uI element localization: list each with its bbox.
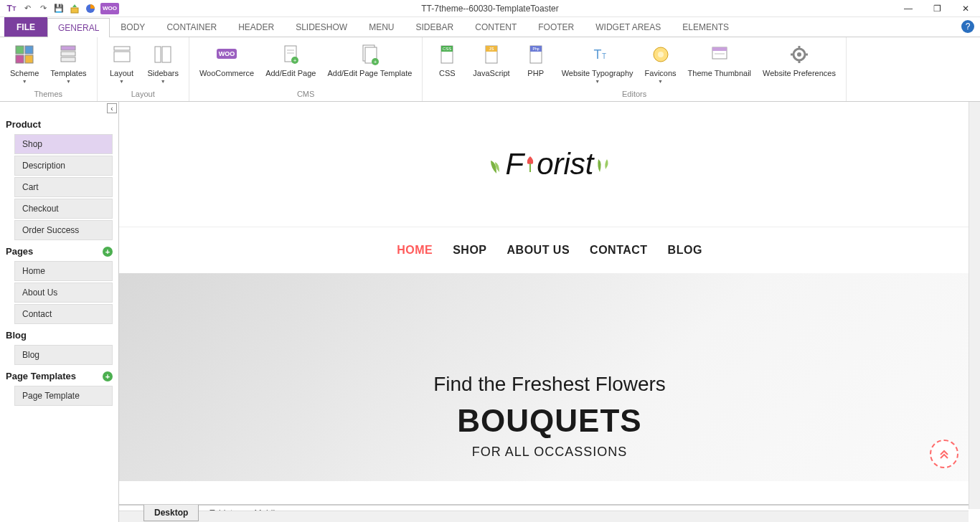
- app-logo-icon: TT: [6, 3, 17, 14]
- ribbon-favicons-button[interactable]: Favicons▼: [641, 40, 681, 85]
- item-blog[interactable]: Blog: [14, 345, 113, 365]
- ribbon-templates-button[interactable]: Templates▼: [46, 40, 90, 85]
- tab-footer[interactable]: FOOTER: [527, 17, 585, 37]
- export-icon[interactable]: [69, 3, 80, 14]
- ribbon-css-button[interactable]: CSSCSS: [428, 40, 466, 85]
- redo-icon[interactable]: ↷: [37, 3, 49, 14]
- item-shop[interactable]: Shop: [14, 134, 113, 154]
- ribbon-addedit-pagetpl-button[interactable]: +Add/Edit Page Template: [323, 40, 416, 78]
- minimize-button[interactable]: —: [894, 0, 923, 17]
- tab-file[interactable]: FILE: [4, 17, 47, 37]
- ribbon-woocommerce-button[interactable]: WOOWooCommerce: [195, 40, 258, 78]
- ribbon-scheme-button[interactable]: Scheme▼: [6, 40, 43, 85]
- ribbon-javascript-button[interactable]: JSJavaScript: [468, 40, 514, 85]
- firefox-icon[interactable]: [85, 3, 96, 14]
- leaf-right-icon: [595, 153, 611, 175]
- svg-rect-11: [114, 52, 130, 62]
- vertical-scrollbar[interactable]: [969, 102, 980, 509]
- item-order-success[interactable]: Order Success: [14, 220, 113, 240]
- item-checkout[interactable]: Checkout: [14, 199, 113, 219]
- php-icon: Php: [524, 43, 547, 66]
- ribbon-group-editors: CSSCSSJSJavaScriptPhpPHPTTWebsite Typogr…: [423, 37, 847, 101]
- tab-header[interactable]: HEADER: [227, 17, 285, 37]
- site-logo[interactable]: F orist: [488, 147, 611, 181]
- svg-text:+: +: [293, 57, 297, 64]
- site-header[interactable]: F orist: [119, 102, 980, 227]
- site-preview: F orist HOMESHOPABOUT USCONTACTBLOG Find…: [119, 102, 980, 481]
- category-pages: Pages+: [6, 246, 113, 257]
- svg-rect-3: [16, 46, 24, 54]
- ribbon-php-button[interactable]: PhpPHP: [517, 40, 555, 85]
- help-icon[interactable]: ?: [961, 20, 974, 33]
- svg-rect-9: [61, 57, 75, 62]
- ribbon-addedit-page-button[interactable]: +Add/Edit Page: [261, 40, 320, 78]
- tab-container[interactable]: CONTAINER: [156, 17, 227, 37]
- woo-badge-icon[interactable]: WOO: [100, 3, 119, 14]
- item-page-template[interactable]: Page Template: [14, 386, 113, 406]
- svg-rect-39: [712, 47, 727, 51]
- scroll-top-button[interactable]: [930, 440, 958, 468]
- css-icon: CSS: [435, 43, 458, 66]
- close-button[interactable]: ✕: [951, 0, 980, 17]
- nav-about-us[interactable]: ABOUT US: [507, 244, 570, 257]
- tab-body[interactable]: BODY: [110, 17, 156, 37]
- item-home[interactable]: Home: [14, 261, 113, 281]
- tab-menu[interactable]: MENU: [358, 17, 405, 37]
- item-about-us[interactable]: About Us: [14, 283, 113, 303]
- svg-rect-10: [114, 47, 130, 50]
- item-contact[interactable]: Contact: [14, 304, 113, 324]
- svg-rect-13: [162, 47, 171, 62]
- svg-rect-4: [25, 46, 33, 54]
- ribbon-button-label: Theme Thumbnail: [688, 69, 751, 78]
- woocommerce-icon: WOO: [215, 43, 238, 66]
- svg-rect-6: [25, 55, 33, 63]
- undo-icon[interactable]: ↶: [22, 3, 33, 14]
- item-description[interactable]: Description: [14, 156, 113, 176]
- hero-line2: BOUQUETS: [457, 403, 641, 439]
- favicons-icon: [649, 43, 672, 66]
- design-canvas[interactable]: F orist HOMESHOPABOUT USCONTACTBLOG Find…: [119, 102, 980, 505]
- tab-slideshow[interactable]: SLIDESHOW: [285, 17, 358, 37]
- svg-rect-0: [71, 8, 78, 13]
- tab-sidebar[interactable]: SIDEBAR: [405, 17, 465, 37]
- scheme-icon: [13, 43, 36, 66]
- thumbnail-icon: [708, 43, 731, 66]
- tab-general[interactable]: GENERAL: [47, 18, 110, 37]
- chevron-down-icon: ▼: [595, 79, 600, 85]
- ribbon-button-label: Add/Edit Page: [265, 69, 316, 78]
- ribbon-thumbnail-button[interactable]: Theme Thumbnail: [684, 40, 755, 85]
- maximize-button[interactable]: ❐: [923, 0, 951, 17]
- add-page templates-button[interactable]: +: [103, 371, 113, 381]
- ribbon-group-layout: Layout▼Sidebars▼Layout: [98, 37, 189, 101]
- device-tab-desktop[interactable]: Desktop: [143, 505, 199, 521]
- tab-content[interactable]: CONTENT: [464, 17, 527, 37]
- save-icon[interactable]: 💾: [53, 3, 65, 14]
- horizontal-scrollbar[interactable]: [119, 511, 969, 522]
- tab-widget-areas[interactable]: WIDGET AREAS: [585, 17, 672, 37]
- tab-elements[interactable]: ELEMENTS: [672, 17, 740, 37]
- item-cart[interactable]: Cart: [14, 177, 113, 197]
- category-title: Blog: [6, 330, 27, 341]
- ribbon-button-label: Scheme: [10, 69, 39, 78]
- hero-section[interactable]: Find the Freshest Flowers BOUQUETS FOR A…: [119, 273, 980, 481]
- ribbon-prefs-button[interactable]: Website Preferences: [758, 40, 840, 85]
- nav-contact[interactable]: CONTACT: [590, 244, 648, 257]
- nav-home[interactable]: HOME: [397, 244, 433, 257]
- nav-shop[interactable]: SHOP: [453, 244, 486, 257]
- window-controls: — ❐ ✕: [894, 0, 980, 17]
- window-title: TT-7theme--60030-TemplateToaster: [421, 4, 558, 14]
- templates-icon: [57, 43, 80, 66]
- ribbon-button-label: JavaScript: [473, 69, 509, 78]
- ribbon-sidebars-button[interactable]: Sidebars▼: [143, 40, 183, 85]
- ribbon-tabs: FILE GENERALBODYCONTAINERHEADERSLIDESHOW…: [0, 17, 980, 37]
- ribbon-typography-button[interactable]: TTWebsite Typography▼: [557, 40, 638, 85]
- ribbon-button-label: Website Typography: [562, 69, 633, 78]
- nav-blog[interactable]: BLOG: [668, 244, 702, 257]
- add-pages-button[interactable]: +: [103, 247, 113, 257]
- svg-text:+: +: [374, 59, 377, 65]
- ribbon-layout-button[interactable]: Layout▼: [103, 40, 141, 85]
- side-panel: ‹ ProductShopDescriptionCartCheckoutOrde…: [0, 102, 119, 522]
- collapse-panel-button[interactable]: ‹: [107, 103, 117, 113]
- addedit-page-icon: +: [279, 43, 302, 66]
- category-title: Product: [6, 119, 41, 130]
